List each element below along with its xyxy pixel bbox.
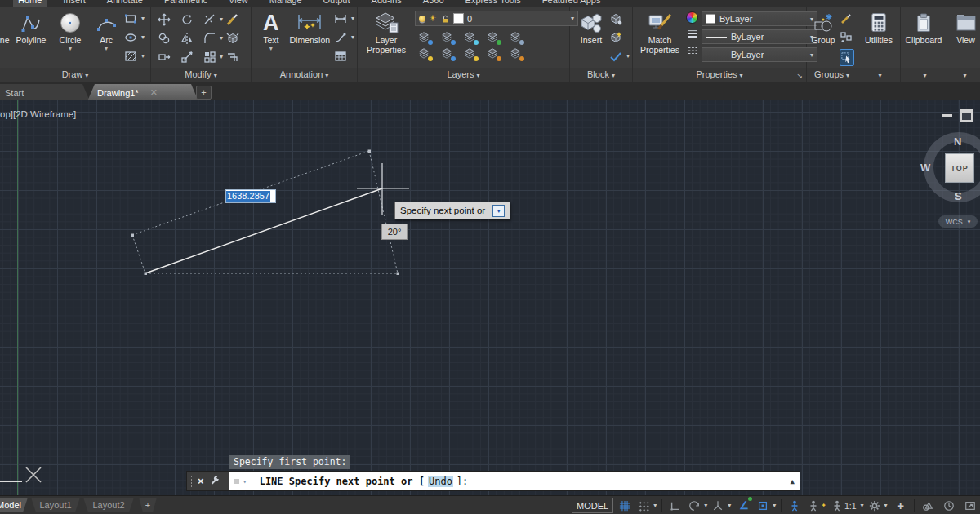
arc-dropdown-icon[interactable]: ▾: [105, 46, 108, 51]
text-button[interactable]: A Text ▾: [256, 10, 286, 51]
annotation-visibility-toggle[interactable]: [785, 498, 804, 513]
panel-label-properties[interactable]: Properties▾↘: [633, 68, 806, 82]
panel-label-annotation[interactable]: Annotation▾: [252, 68, 357, 82]
insert-button[interactable]: Insert: [575, 10, 608, 46]
previous-layer-button[interactable]: [464, 47, 477, 60]
grip-dots-icon[interactable]: [190, 475, 193, 488]
panel-label-clipboard[interactable]: ▾: [901, 68, 947, 82]
panel-label-view[interactable]: ▾: [947, 68, 980, 82]
properties-dialog-launcher-icon[interactable]: ↘: [796, 69, 803, 82]
grid-display-toggle[interactable]: [615, 498, 635, 513]
layer-lock-button[interactable]: [487, 31, 500, 44]
group-edit-button[interactable]: [840, 30, 854, 44]
copy-button[interactable]: [158, 32, 180, 45]
wcs-menu[interactable]: WCS▾: [938, 215, 978, 228]
erase-button[interactable]: [226, 13, 249, 26]
file-tab-drawing1[interactable]: Drawing1* ✕: [87, 84, 198, 101]
polyline-button[interactable]: Polyline: [11, 10, 51, 46]
stretch-button[interactable]: [158, 51, 180, 64]
minimize-icon[interactable]: [942, 114, 952, 117]
panel-label-utilities[interactable]: ▾: [858, 68, 900, 82]
lineweight-dropdown[interactable]: ByLayer ▾: [702, 47, 817, 62]
command-history-toggle-icon[interactable]: ▲: [791, 477, 795, 485]
tab-view[interactable]: View: [224, 0, 253, 7]
object-snap-tracking-toggle[interactable]: ∠: [734, 498, 754, 513]
view-button[interactable]: View: [954, 10, 978, 46]
tab-output[interactable]: Output: [318, 0, 355, 7]
panel-label-draw[interactable]: Draw▾: [0, 68, 150, 82]
match-properties-button[interactable]: Match Properties: [637, 10, 683, 55]
ungroup-button[interactable]: [840, 11, 854, 25]
viewcube-top-face[interactable]: TOP: [945, 153, 974, 183]
rotate-button[interactable]: [180, 13, 203, 26]
layer-freeze-button[interactable]: [464, 31, 477, 44]
ellipse-dropdown-icon[interactable]: ▾: [141, 33, 145, 41]
fillet-dropdown-icon[interactable]: ▾: [220, 34, 223, 42]
create-block-button[interactable]: [609, 11, 630, 25]
polar-dropdown-icon[interactable]: ▾: [704, 502, 707, 509]
panel-label-modify[interactable]: Modify▾: [151, 68, 251, 82]
line-button[interactable]: Line: [0, 10, 10, 46]
block-editor-button[interactable]: ▾: [609, 49, 630, 63]
command-option-undo[interactable]: Undo: [428, 476, 453, 487]
linetype-icon[interactable]: [687, 45, 698, 56]
new-drawing-tab-button[interactable]: +: [196, 86, 212, 100]
make-current-layer-button[interactable]: [418, 47, 431, 60]
tab-annotate[interactable]: Annotate: [102, 0, 148, 7]
mirror-button[interactable]: [180, 32, 203, 45]
move-button[interactable]: [158, 13, 180, 26]
rectangle-button[interactable]: ▾: [124, 11, 145, 25]
viewcube-west[interactable]: W: [920, 162, 930, 174]
viewcube-south[interactable]: S: [955, 190, 962, 202]
tab-manage[interactable]: Manage: [265, 0, 307, 7]
clean-screen-button[interactable]: [960, 498, 980, 513]
annotation-scale-button[interactable]: 1:1▾: [830, 498, 866, 513]
layer-walk-button[interactable]: [510, 31, 523, 44]
tab-parametric[interactable]: Parametric: [159, 0, 212, 7]
file-tab-start[interactable]: Start: [0, 84, 90, 101]
clipboard-button[interactable]: Clipboard: [903, 10, 944, 46]
dimension-dropdown-icon[interactable]: ▾: [351, 15, 354, 22]
model-space-button[interactable]: MODEL: [572, 498, 613, 513]
linear-dimension-button[interactable]: ▾: [334, 11, 354, 25]
customize-wrench-icon[interactable]: [209, 476, 220, 487]
close-command-line-icon[interactable]: ×: [198, 475, 204, 487]
customization-button[interactable]: +: [891, 498, 911, 513]
scale-dropdown-icon[interactable]: ▾: [861, 502, 864, 509]
isolate-objects-button[interactable]: [918, 498, 938, 513]
object-color-dropdown[interactable]: ByLayer ▾: [702, 11, 817, 26]
dynamic-input-field[interactable]: 1638.2857: [225, 189, 276, 203]
snap-dropdown-icon[interactable]: ▾: [653, 502, 657, 509]
command-dropdown-icon[interactable]: ▾: [243, 477, 247, 485]
panel-label-layers[interactable]: Layers▾: [358, 68, 569, 82]
array-button[interactable]: ▾: [203, 51, 226, 64]
graphics-performance-button[interactable]: [939, 498, 959, 513]
polar-tracking-toggle[interactable]: ▾: [687, 498, 709, 513]
command-recent-icon[interactable]: [234, 479, 239, 484]
circle-button[interactable]: Circle ▾: [52, 10, 88, 51]
group-button[interactable]: Group: [810, 10, 836, 46]
ellipse-button[interactable]: ▾: [124, 30, 145, 44]
workspace-switching-button[interactable]: ▾: [867, 498, 889, 513]
isometric-dropdown-icon[interactable]: ▾: [728, 502, 731, 509]
close-tab-icon[interactable]: ✕: [150, 87, 158, 98]
command-line-grip[interactable]: ×: [187, 472, 229, 490]
layout-tab-layout2[interactable]: Layout2: [83, 498, 134, 512]
workspace-dropdown-icon[interactable]: ▾: [884, 502, 888, 509]
offset-button[interactable]: [226, 51, 249, 64]
arc-button[interactable]: Arc ▾: [90, 10, 122, 51]
rectangle-dropdown-icon[interactable]: ▾: [141, 15, 145, 22]
dimension-button[interactable]: Dimension: [287, 10, 332, 46]
prompt-options-icon[interactable]: ▼: [492, 205, 505, 217]
tab-a360[interactable]: A360: [418, 0, 449, 7]
unlock-layer-button[interactable]: [487, 47, 500, 60]
new-layout-button[interactable]: +: [139, 498, 157, 512]
edit-attribute-button[interactable]: [609, 30, 630, 44]
leader-button[interactable]: ▾: [334, 30, 354, 44]
match-layer-button[interactable]: [441, 47, 454, 60]
dynamic-angle-field[interactable]: 20°: [381, 224, 408, 240]
layout-tab-model[interactable]: Model: [0, 498, 28, 512]
command-line[interactable]: × ▾ LINE Specify next point or [Undo]: ▲: [186, 471, 800, 491]
group-selection-toggle[interactable]: [840, 49, 854, 66]
scale-button[interactable]: [180, 51, 203, 64]
